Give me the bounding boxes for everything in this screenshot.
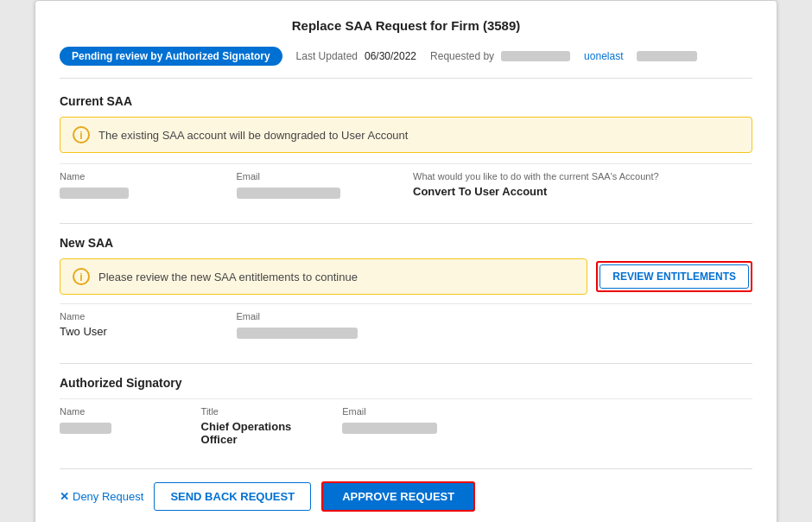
- current-saa-banner-text: The existing SAA account will be downgra…: [98, 129, 408, 142]
- auth-sig-email-col: Email: [342, 406, 484, 446]
- requested-by-meta: Requested by: [430, 50, 570, 62]
- authorized-signatory-title: Authorized Signatory: [60, 376, 752, 390]
- current-saa-banner: i The existing SAA account will be downg…: [60, 117, 752, 153]
- current-saa-email-col: Email: [237, 171, 414, 201]
- auth-sig-filler: [484, 406, 752, 446]
- new-saa-name-value: Two User: [60, 325, 223, 338]
- requested-by-redacted: [501, 51, 570, 61]
- info-icon-current: i: [73, 126, 90, 143]
- auth-sig-title-label: Title: [201, 406, 329, 417]
- current-saa-fields: Name Email What would you like to do wit…: [60, 163, 752, 207]
- current-saa-name-col: Name: [60, 171, 237, 201]
- current-saa-email-label: Email: [237, 171, 400, 181]
- current-saa-action-label: What would you like to do with the curre…: [413, 171, 739, 181]
- authorized-signatory-fields: Name Title Chief Operations Officer Emai…: [60, 398, 752, 453]
- requested-by-label: Requested by: [430, 50, 494, 62]
- send-back-request-button[interactable]: SEND BACK REQUEST: [154, 482, 311, 511]
- review-entitlements-btn-wrapper: REVIEW ENTITLEMENTS: [596, 261, 752, 292]
- current-saa-name-label: Name: [60, 171, 223, 181]
- new-saa-email-col: Email: [237, 311, 414, 341]
- modal-title: Replace SAA Request for Firm (3589): [60, 18, 752, 33]
- svg-text:i: i: [79, 271, 82, 283]
- new-saa-banner-text: Please review the new SAA entitlements t…: [98, 271, 358, 283]
- current-saa-name-redacted: [60, 188, 129, 199]
- approve-request-button[interactable]: APPROVE REQUEST: [321, 481, 475, 512]
- user-link2-redacted: [637, 51, 697, 61]
- new-saa-banner: i Please review the new SAA entitlements…: [60, 258, 587, 295]
- new-saa-fields: Name Two User Email: [60, 303, 752, 347]
- deny-request-button[interactable]: ✕ Deny Request: [60, 490, 143, 503]
- header-bar: Pending review by Authorized Signatory L…: [60, 47, 752, 79]
- section-divider-1: [60, 223, 752, 224]
- header-meta: Last Updated 06/30/2022: [296, 50, 416, 62]
- footer-actions: ✕ Deny Request SEND BACK REQUEST APPROVE…: [60, 468, 752, 512]
- new-saa-title: New SAA: [60, 236, 752, 250]
- current-saa-action-col: What would you like to do with the curre…: [413, 171, 752, 201]
- status-badge: Pending review by Authorized Signatory: [60, 47, 282, 66]
- auth-sig-email-redacted: [342, 423, 437, 434]
- auth-sig-email-label: Email: [342, 406, 470, 417]
- current-saa-section: Current SAA i The existing SAA account w…: [60, 94, 752, 207]
- user-link[interactable]: uonelast: [584, 50, 623, 62]
- review-entitlements-button[interactable]: REVIEW ENTITLEMENTS: [599, 264, 749, 289]
- new-saa-section: New SAA i Please review the new SAA enti…: [60, 236, 752, 347]
- new-saa-banner-row: i Please review the new SAA entitlements…: [60, 258, 752, 295]
- modal-container: Replace SAA Request for Firm (3589) Pend…: [35, 0, 777, 522]
- new-saa-email-label: Email: [237, 311, 400, 321]
- auth-sig-title-col: Title Chief Operations Officer: [201, 406, 343, 446]
- new-saa-name-col: Name Two User: [60, 311, 237, 341]
- new-saa-email-redacted: [237, 328, 358, 339]
- info-icon-new: i: [73, 268, 90, 285]
- new-saa-name-label: Name: [60, 311, 223, 321]
- deny-request-label: Deny Request: [73, 490, 143, 503]
- current-saa-action-value: Convert To User Account: [413, 185, 739, 198]
- auth-sig-name-col: Name: [60, 406, 201, 446]
- svg-text:i: i: [79, 130, 82, 142]
- current-saa-title: Current SAA: [60, 94, 752, 108]
- auth-sig-name-redacted: [60, 423, 111, 434]
- section-divider-2: [60, 363, 752, 364]
- last-updated-value: 06/30/2022: [365, 50, 416, 62]
- new-saa-filler: [413, 311, 752, 341]
- authorized-signatory-section: Authorized Signatory Name Title Chief Op…: [60, 376, 752, 453]
- auth-sig-title-value: Chief Operations Officer: [201, 420, 329, 446]
- auth-sig-name-label: Name: [60, 406, 187, 417]
- deny-x-icon: ✕: [60, 490, 69, 503]
- last-updated-label: Last Updated: [296, 50, 358, 62]
- current-saa-email-redacted: [237, 188, 340, 199]
